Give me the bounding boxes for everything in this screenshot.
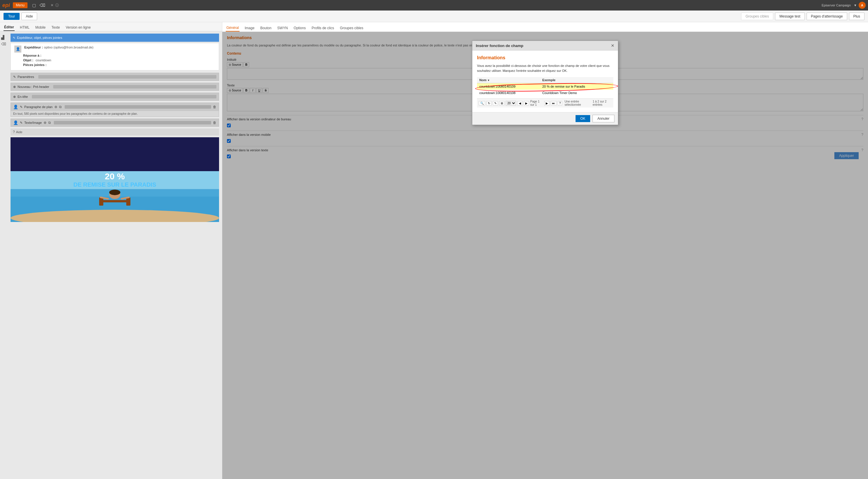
table-header-nom[interactable]: Nom [477, 77, 540, 83]
plan-header[interactable]: 👤 ✎ Paragraphe de plan ⊕ ⧉ 🗑 [11, 103, 219, 111]
pagination-pencil-btn[interactable]: ✎ [493, 101, 498, 105]
table-header-exemple: Exemple [540, 77, 613, 83]
pagination-page-info: Page 1 sur 1 [530, 100, 543, 106]
tab-options[interactable]: Options [293, 25, 306, 31]
copy-icon-texte[interactable]: ⧉ [48, 121, 51, 125]
sender-bar[interactable]: ✎ Expéditeur, objet, pièces jointes [10, 34, 219, 42]
annuler-button[interactable]: Annuler [592, 115, 615, 123]
sender-avatar: 👤 [14, 45, 21, 53]
tab-mobile[interactable]: Mobile [35, 24, 46, 31]
aide-button[interactable]: Aide [21, 12, 37, 20]
topbar: epi Menu ▢ ⌫ ✕ ⓘ Episerver Campaign ▼ A [0, 0, 868, 10]
copy-icon[interactable]: ⧉ [59, 105, 62, 109]
text-image-block[interactable]: 👤 ✎ Texte/Image ⊕ ⧉ 🗑 [10, 118, 219, 127]
tab-image[interactable]: Image [244, 25, 255, 31]
user-avatar[interactable]: A [859, 2, 866, 9]
tab-swyn[interactable]: SWYN [277, 25, 288, 31]
tab-general[interactable]: Général [226, 25, 240, 32]
plan-block: 👤 ✎ Paragraphe de plan ⊕ ⧉ 🗑 En tout, 58… [10, 103, 219, 117]
reponse-row: Réponse à : [23, 54, 215, 57]
pagination-help-btn[interactable]: ? [558, 101, 562, 105]
table-cell-exemple-2: Countdown Timer Demo [540, 90, 613, 96]
pagination-last-btn[interactable]: ⏭ [551, 101, 557, 105]
table-cell-nom-1: countdown:10080140109 [477, 83, 540, 90]
tab-bouton[interactable]: Bouton [260, 25, 272, 31]
pagination-refresh-btn[interactable]: ↻ [486, 101, 492, 105]
email-editor: ✎ Expéditeur, objet, pièces jointes 👤 Ex… [0, 31, 222, 479]
tab-close-icon[interactable]: ✕ [51, 3, 54, 7]
plan-label: Paragraphe de plan [24, 105, 53, 109]
right-panel: Général Image Bouton SWYN Options Profil… [222, 22, 868, 479]
pieces-jointes-row: Pièces jointes : [23, 63, 215, 67]
left-panel: Éditer HTML Mobile Texte Version en lign… [0, 22, 222, 479]
tab-profils-clics[interactable]: Profils de clics [311, 25, 335, 31]
reponse-label: Réponse à : [23, 54, 41, 57]
avatar-icon-texte: 👤 [13, 120, 18, 125]
svg-rect-3 [99, 197, 103, 205]
tab-editer[interactable]: Éditer [3, 24, 14, 31]
editor-tabs: Éditer HTML Mobile Texte Version en lign… [0, 22, 222, 31]
svg-rect-4 [126, 197, 130, 205]
pencil-icon-texte: ✎ [20, 121, 23, 125]
pagination-next-btn[interactable]: ▶ [544, 101, 550, 105]
parametres-label: Paramètres [18, 75, 34, 78]
insert-field-modal: Insérer fonction de champ ✕ Informations… [472, 41, 618, 125]
modal-body-title: Informations [477, 55, 613, 61]
table-row[interactable]: countdown:10080140108 Countdown Timer De… [477, 90, 613, 96]
expediteur-label: Expéditeur : [24, 45, 43, 49]
pagination-play-btn[interactable]: ▶ [524, 101, 529, 105]
pagination-search-btn[interactable]: 🔍 [479, 101, 485, 105]
avatar-icon-plan: 👤 [13, 105, 18, 109]
tab-texte[interactable]: Texte [51, 24, 61, 31]
message-test-button[interactable]: Message test [775, 12, 805, 20]
modal-header: Insérer fonction de champ ✕ [472, 41, 618, 50]
promo-main: 20 % [105, 171, 125, 181]
right-content: Informations La couleur de fond du parag… [222, 32, 868, 479]
table-cell-exemple-1: 20 % de remise sur le Paradis [540, 83, 613, 90]
avatar-icon: 👤 [16, 47, 20, 51]
episerver-dropdown[interactable]: ▼ [854, 3, 857, 7]
move-icon[interactable]: ⊕ [54, 105, 57, 109]
modal-overlay: Insérer fonction de champ ✕ Informations… [222, 32, 868, 479]
preheader-block[interactable]: ⊕ Nouveau : Pré-header [10, 83, 219, 91]
modal-title: Insérer fonction de champ [476, 43, 524, 48]
pencil-icon-plan: ✎ [20, 105, 23, 109]
parametres-block[interactable]: ✎ Paramètres [10, 73, 219, 81]
texte-image-label: Texte/Image [24, 121, 42, 125]
preheader-label: Nouveau : Pré-header [18, 85, 49, 89]
pagination-grid-btn[interactable]: ⊞ [499, 101, 504, 105]
editor-icon[interactable]: ▢ [31, 2, 37, 8]
modal-close-button[interactable]: ✕ [611, 43, 615, 48]
plus-button[interactable]: Plus [849, 12, 865, 20]
tab-html[interactable]: HTML [19, 24, 30, 31]
expediteur-value: optivo (optivo@from.broadmail.de) [44, 45, 94, 49]
ok-button[interactable]: OK [576, 115, 590, 122]
mobile-view-icon[interactable]: ⌫ [1, 42, 6, 46]
right-tabs: Général Image Bouton SWYN Options Profil… [222, 22, 868, 32]
delete-icon-texte[interactable]: 🗑 [213, 121, 216, 125]
tab-groupes-cibles-right[interactable]: Groupes cibles [339, 25, 364, 31]
tour-button[interactable]: Tour [3, 13, 20, 20]
pencil-icon-params: ✎ [13, 75, 16, 79]
desktop-icon[interactable]: ▟ [1, 35, 6, 40]
pagination-selection-info: Une entrée sélectionnée [564, 100, 589, 106]
pagination-bar: 🔍 ↻ ✎ ⊞ 20 50 ◀ ▶ Page 1 sur 1 ▶ [477, 98, 613, 107]
delete-icon-plan[interactable]: 🗑 [213, 105, 216, 109]
groupes-cibles-button[interactable]: Groupes cibles [741, 12, 773, 20]
move-icon-texte[interactable]: ⊕ [43, 121, 46, 125]
objet-label: Objet : [23, 59, 33, 62]
entete-label: En-tête [18, 95, 28, 98]
table-row[interactable]: countdown:10080140109 20 % de remise sur… [477, 83, 613, 90]
tab-version-en-ligne[interactable]: Version en ligne [65, 24, 91, 31]
menu-button[interactable]: Menu [13, 2, 28, 8]
mobile-icon[interactable]: ⌫ [38, 2, 46, 8]
email-preview-image: 20 % DE REMISE SUR LE PARADIS [10, 137, 219, 222]
svg-rect-2 [101, 200, 129, 202]
pagination-per-page[interactable]: 20 50 [506, 101, 516, 106]
sender-info: 👤 Expéditeur : optivo (optivo@from.broad… [10, 43, 219, 70]
pagination-prev-btn[interactable]: ◀ [517, 101, 523, 105]
pages-atterrissage-button[interactable]: Pages d'atterrissage [807, 12, 847, 20]
tab-help-icon[interactable]: ⓘ [55, 3, 59, 8]
entete-block[interactable]: ⊕ En-tête [10, 93, 219, 101]
table-cell-nom-2: countdown:10080140108 [477, 90, 540, 96]
